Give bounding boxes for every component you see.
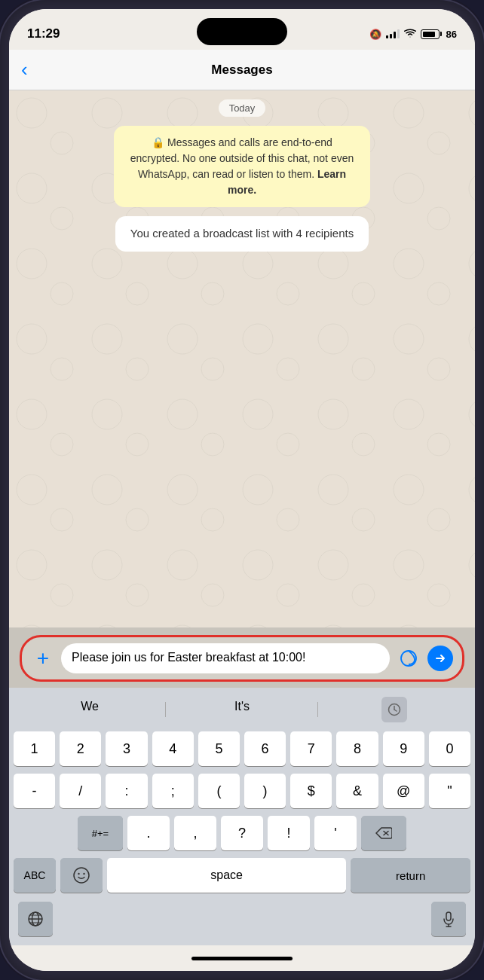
status-time: 11:29 bbox=[27, 26, 60, 41]
signal-bars bbox=[386, 29, 400, 38]
key-9[interactable]: 9 bbox=[383, 731, 424, 766]
key-emoji[interactable] bbox=[60, 858, 103, 893]
svg-point-8 bbox=[83, 873, 84, 875]
key-0[interactable]: 0 bbox=[429, 731, 470, 766]
back-button[interactable]: ‹ bbox=[21, 58, 28, 81]
key-closeparen[interactable]: ) bbox=[244, 774, 286, 808]
predictive-clock-icon bbox=[381, 697, 407, 722]
input-wrapper: + Please join us for Easter breakfast at… bbox=[9, 627, 475, 688]
key-openparen[interactable]: ( bbox=[198, 774, 240, 808]
key-8[interactable]: 8 bbox=[336, 731, 378, 766]
home-bar bbox=[9, 945, 475, 971]
key-quote[interactable]: " bbox=[429, 774, 470, 808]
predictive-bar: We It's bbox=[14, 694, 470, 725]
sticker-button[interactable] bbox=[396, 646, 421, 671]
svg-point-7 bbox=[78, 873, 79, 875]
key-at[interactable]: @ bbox=[383, 774, 424, 808]
chat-area: Today 🔒 Messages and calls are end-to-en… bbox=[9, 90, 475, 627]
key-semicolon[interactable]: ; bbox=[152, 774, 194, 808]
svg-rect-14 bbox=[446, 912, 451, 920]
keyboard-bottom bbox=[14, 899, 470, 942]
globe-key[interactable] bbox=[18, 902, 53, 936]
svg-line-3 bbox=[394, 710, 397, 711]
key-space[interactable]: space bbox=[107, 858, 346, 893]
svg-point-6 bbox=[74, 868, 89, 883]
key-6[interactable]: 6 bbox=[244, 731, 286, 766]
key-1[interactable]: 1 bbox=[14, 731, 55, 766]
plus-icon: + bbox=[37, 646, 49, 670]
date-badge: Today bbox=[219, 99, 266, 117]
home-indicator bbox=[191, 957, 293, 960]
predictive-word-2[interactable]: It's bbox=[166, 697, 318, 722]
key-abc[interactable]: ABC bbox=[14, 858, 56, 893]
key-4[interactable]: 4 bbox=[152, 731, 194, 766]
message-text: Please join us for Easter breakfast at 1… bbox=[72, 651, 305, 664]
broadcast-notice: You created a broadcast list with 4 reci… bbox=[115, 216, 369, 252]
add-attachment-button[interactable]: + bbox=[31, 646, 55, 670]
key-dollar[interactable]: $ bbox=[290, 774, 332, 808]
special-row: #+= . , ? ! ' bbox=[14, 816, 470, 850]
symbol-row: - / : ; ( ) $ & @ " bbox=[14, 774, 470, 808]
send-icon bbox=[434, 652, 446, 664]
key-ampersand[interactable]: & bbox=[336, 774, 378, 808]
send-button[interactable] bbox=[427, 646, 453, 671]
mic-key[interactable] bbox=[431, 902, 466, 936]
mute-icon: 🔕 bbox=[369, 29, 381, 40]
predictive-word-1[interactable]: We bbox=[14, 697, 166, 722]
key-comma[interactable]: , bbox=[174, 816, 216, 850]
key-colon[interactable]: : bbox=[106, 774, 147, 808]
status-icons: 🔕 bbox=[369, 28, 457, 40]
battery-icon bbox=[421, 29, 442, 39]
key-slash[interactable]: / bbox=[60, 774, 101, 808]
phone-screen: 11:29 🔕 bbox=[9, 9, 475, 971]
key-7[interactable]: 7 bbox=[290, 731, 332, 766]
key-apostrophe[interactable]: ' bbox=[314, 816, 357, 850]
key-return[interactable]: return bbox=[351, 858, 470, 893]
message-input[interactable]: Please join us for Easter breakfast at 1… bbox=[61, 643, 390, 673]
key-question[interactable]: ? bbox=[221, 816, 263, 850]
delete-key[interactable] bbox=[361, 816, 406, 850]
back-chevron-icon: ‹ bbox=[21, 58, 28, 81]
key-5[interactable]: 5 bbox=[198, 731, 240, 766]
input-area: + Please join us for Easter breakfast at… bbox=[20, 635, 464, 682]
key-period[interactable]: . bbox=[127, 816, 170, 850]
battery-percent: 86 bbox=[446, 29, 457, 40]
header-title: Messages bbox=[211, 63, 272, 78]
app-header: ‹ Messages bbox=[9, 50, 475, 90]
key-hashtag-plus[interactable]: #+= bbox=[78, 816, 123, 850]
key-2[interactable]: 2 bbox=[60, 731, 101, 766]
predictive-icon-container bbox=[318, 697, 470, 722]
encryption-notice: 🔒 Messages and calls are end-to-end encr… bbox=[114, 126, 370, 207]
encryption-text: 🔒 Messages and calls are end-to-end encr… bbox=[130, 136, 354, 196]
key-exclamation[interactable]: ! bbox=[268, 816, 310, 850]
wifi-icon bbox=[404, 28, 416, 40]
key-minus[interactable]: - bbox=[14, 774, 55, 808]
bottom-row: ABC space return bbox=[14, 858, 470, 893]
key-rows: 1 2 3 4 5 6 7 8 9 0 - / : ; ( bbox=[14, 731, 470, 893]
broadcast-text: You created a broadcast list with 4 reci… bbox=[130, 227, 354, 240]
number-row: 1 2 3 4 5 6 7 8 9 0 bbox=[14, 731, 470, 766]
key-3[interactable]: 3 bbox=[106, 731, 147, 766]
keyboard[interactable]: We It's 1 2 3 bbox=[9, 688, 475, 945]
phone-frame: 11:29 🔕 bbox=[0, 0, 484, 980]
dynamic-island bbox=[197, 18, 287, 45]
